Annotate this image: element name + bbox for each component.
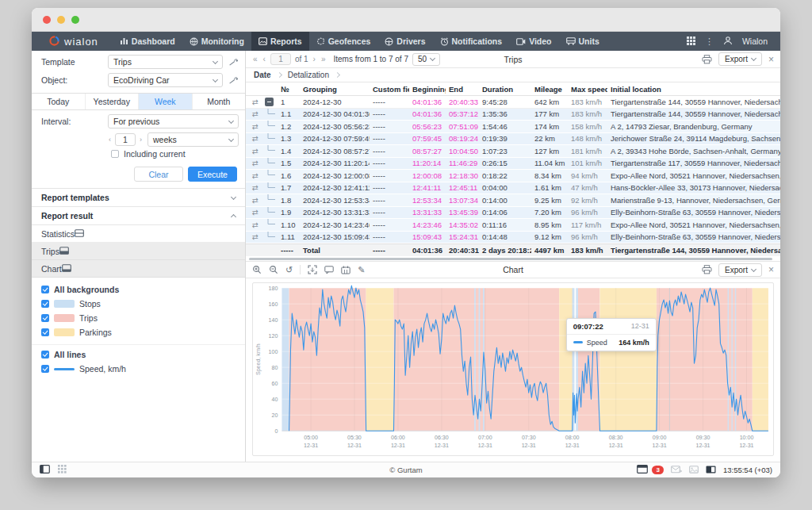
apps-grid-icon[interactable]	[687, 36, 695, 47]
including-current-checkbox[interactable]	[111, 150, 119, 158]
first-page-icon[interactable]: «	[252, 55, 259, 63]
window-minimize-button[interactable]	[57, 16, 65, 24]
execute-button[interactable]: Execute	[188, 167, 237, 182]
nav-item-drivers[interactable]: Drivers	[377, 32, 432, 51]
show-track-icon[interactable]: ⇄	[246, 171, 262, 180]
all-backgrounds-checkbox[interactable]	[41, 286, 49, 293]
kebab-menu-icon[interactable]: ⋮	[705, 36, 714, 47]
object-select[interactable]: EcoDriving Car	[108, 73, 223, 87]
show-track-icon[interactable]: ⇄	[246, 208, 262, 217]
table-row[interactable]: ⇄1.112024-12-30 15:09:43-----15:09:4315:…	[246, 232, 780, 244]
tooltip-toggle-icon[interactable]	[324, 266, 334, 274]
intervals-grid-icon[interactable]	[341, 266, 350, 274]
prev-page-icon[interactable]: ‹	[262, 55, 266, 63]
report-result-section[interactable]: Report result	[32, 207, 245, 225]
show-track-icon[interactable]: ⇄	[246, 232, 262, 241]
speed-chart[interactable]: 02040608010012014016018005:0012-3105:301…	[252, 282, 774, 456]
table-row[interactable]: ⇄1.82024-12-30 12:53:34-----12:53:3413:0…	[246, 194, 780, 207]
all-lines-checkbox[interactable]	[41, 351, 49, 359]
nav-item-monitoring[interactable]: Monitoring	[182, 32, 251, 51]
show-track-icon[interactable]: ⇄	[246, 122, 262, 131]
interval-count-input[interactable]: 1	[115, 133, 136, 146]
column-header-Initial location[interactable]: Initial location	[607, 85, 780, 94]
nav-item-dashboard[interactable]: Dashboard	[113, 32, 182, 51]
result-item-chart[interactable]: Chart	[32, 260, 245, 278]
column-header-Max speed[interactable]: Max speed	[568, 85, 607, 94]
close-report-icon[interactable]: ×	[768, 54, 774, 65]
export-button[interactable]: Export	[718, 52, 762, 66]
period-tab-today[interactable]: Today	[32, 94, 86, 109]
column-header-Beginning[interactable]: Beginning	[409, 85, 446, 94]
clear-button[interactable]: Clear	[134, 167, 183, 182]
interval-select[interactable]: For previous	[108, 114, 239, 128]
window-zoom-button[interactable]	[71, 16, 79, 24]
column-header-End[interactable]: End	[446, 85, 479, 94]
stops-checkbox[interactable]	[41, 300, 49, 308]
monitor-split-icon[interactable]	[706, 466, 716, 475]
wialon-brand[interactable]: wialon	[32, 32, 113, 51]
template-settings-wrench-icon[interactable]	[228, 58, 239, 67]
collapse-row-icon[interactable]	[262, 98, 278, 106]
print-icon[interactable]	[702, 55, 712, 64]
parkings-checkbox[interactable]	[41, 328, 49, 336]
show-track-icon[interactable]: ⇄	[246, 183, 262, 192]
table-row[interactable]: ⇄1.52024-12-30 11:20:14-----11:20:1411:4…	[246, 158, 780, 171]
last-page-icon[interactable]: »	[320, 55, 327, 63]
table-row[interactable]: ⇄1.72024-12-30 12:41:11-----12:41:1112:4…	[246, 182, 780, 195]
page-size-select[interactable]: 50	[412, 53, 440, 66]
period-tab-week[interactable]: Week	[139, 94, 193, 109]
table-row[interactable]: ⇄1.92024-12-30 13:31:33-----13:31:3313:4…	[246, 207, 780, 220]
edit-pencil-icon[interactable]: ✎	[358, 265, 365, 275]
reset-zoom-icon[interactable]: ↺	[285, 265, 293, 275]
period-tab-month[interactable]: Month	[193, 94, 246, 109]
user-name[interactable]: Wialon	[742, 36, 768, 46]
column-header-Duration[interactable]: Duration	[479, 85, 531, 94]
user-icon[interactable]	[723, 36, 733, 47]
nav-item-video[interactable]: Video	[509, 32, 558, 51]
toggle-sidebar-icon[interactable]	[40, 465, 50, 475]
notification-count-badge[interactable]: 3	[652, 466, 663, 474]
close-chart-icon[interactable]: ×	[768, 264, 774, 275]
nav-item-geofences[interactable]: Geofences	[309, 32, 378, 51]
horizontal-scrollbar[interactable]	[249, 258, 772, 260]
column-header-№[interactable]: №	[278, 85, 300, 94]
window-close-button[interactable]	[43, 16, 51, 24]
nav-item-notifications[interactable]: Notifications	[433, 32, 510, 51]
object-settings-wrench-icon[interactable]	[228, 76, 239, 85]
show-track-icon[interactable]: ⇄	[246, 134, 262, 143]
media-icon[interactable]	[689, 466, 699, 475]
breadcrumb-date[interactable]: Date	[254, 71, 271, 79]
show-track-icon[interactable]: ⇄	[246, 147, 262, 155]
table-row[interactable]: ⇄1.22024-12-30 05:56:23-----05:56:2307:5…	[246, 121, 780, 133]
show-track-icon[interactable]: ⇄	[246, 159, 262, 167]
table-row[interactable]: ⇄1.62024-12-30 12:00:08-----12:00:0812:1…	[246, 170, 780, 182]
nav-item-reports[interactable]: Reports	[251, 32, 309, 51]
messages-icon[interactable]	[671, 466, 682, 475]
speed-line-checkbox[interactable]	[41, 365, 49, 373]
column-header-Custom field[interactable]: Custom field	[370, 85, 409, 94]
table-row[interactable]: ⇄12024-12-30-----04:01:3620:40:339:45:28…	[246, 96, 780, 109]
show-track-icon[interactable]: ⇄	[246, 98, 262, 106]
table-row[interactable]: ⇄1.102024-12-30 14:23:46-----14:23:4614:…	[246, 219, 780, 232]
trips-checkbox[interactable]	[41, 314, 49, 322]
zoom-in-icon[interactable]	[252, 265, 262, 274]
column-header-Mileage[interactable]: Mileage	[531, 85, 568, 94]
next-page-icon[interactable]: ›	[312, 55, 316, 63]
print-icon[interactable]	[702, 265, 712, 274]
table-row[interactable]: ⇄1.32024-12-30 07:59:45-----07:59:4508:1…	[246, 133, 780, 146]
table-row[interactable]: ⇄1.42024-12-30 08:57:27-----08:57:2710:0…	[246, 145, 780, 158]
template-select[interactable]: Trips	[108, 55, 223, 69]
zoom-out-icon[interactable]	[269, 265, 278, 274]
page-number-input[interactable]: 1	[270, 53, 291, 65]
report-templates-section[interactable]: Report templates	[32, 189, 245, 207]
column-header-Grouping[interactable]: Grouping	[300, 85, 370, 94]
fit-screen-icon[interactable]	[308, 265, 317, 274]
stepper-increment-icon[interactable]: ›	[139, 136, 143, 144]
result-item-statistics[interactable]: Statistics	[32, 225, 245, 243]
notifications-panel-icon[interactable]	[637, 465, 648, 475]
show-track-icon[interactable]: ⇄	[246, 109, 262, 118]
period-tab-yesterday[interactable]: Yesterday	[86, 94, 140, 109]
show-track-icon[interactable]: ⇄	[246, 220, 262, 229]
stepper-decrement-icon[interactable]: ‹	[108, 136, 112, 144]
interval-unit-select[interactable]: weeks	[147, 132, 239, 147]
